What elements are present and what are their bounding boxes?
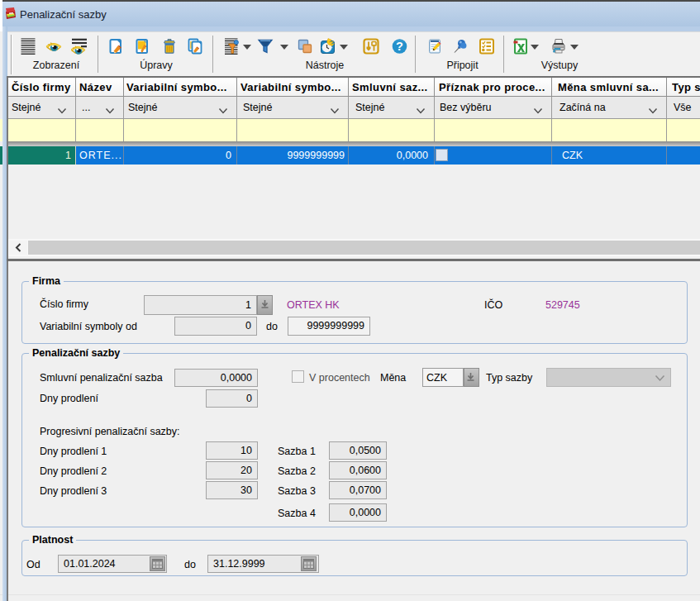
svg-text:?: ? xyxy=(396,40,403,53)
